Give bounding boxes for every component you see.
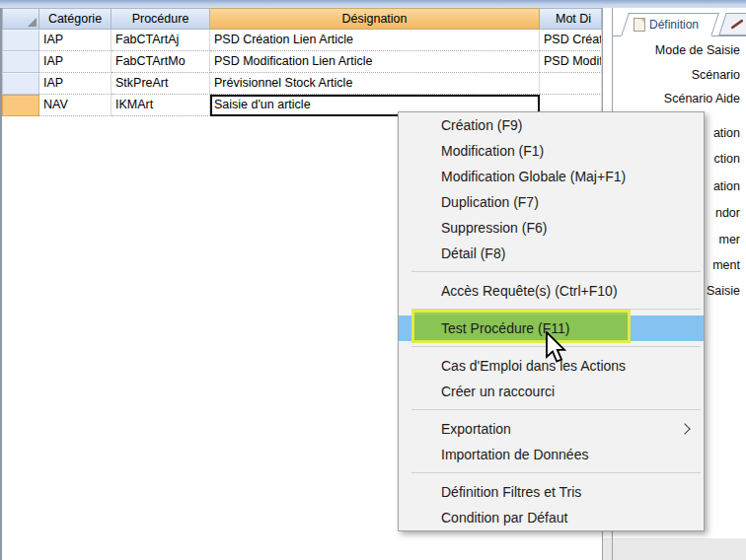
- field-label-fragment: Saisie: [707, 284, 740, 298]
- cell-mot-directeur[interactable]: PSD Créat: [540, 30, 602, 51]
- menu-item-creation[interactable]: Création (F9): [399, 112, 704, 138]
- menu-separator: [399, 404, 704, 416]
- table-row: IAP FabCTArtAj PSD Création Lien Article…: [2, 30, 602, 51]
- panel-bottom-area: [613, 538, 746, 560]
- cell-categorie[interactable]: IAP: [39, 51, 112, 73]
- cell-categorie[interactable]: IAP: [39, 30, 112, 51]
- column-header-designation[interactable]: Désignation: [210, 8, 540, 30]
- column-header-categorie[interactable]: Catégorie: [39, 8, 112, 30]
- menu-item-definition-filtres[interactable]: Définition Filtres et Tris: [399, 479, 704, 505]
- menu-item-detail[interactable]: Détail (F8): [399, 241, 704, 266]
- cell-procedure[interactable]: IKMArt: [112, 95, 210, 116]
- tab-label: Définition: [649, 18, 699, 32]
- field-label-fragment: ation: [713, 126, 740, 140]
- field-label-fragment: mer: [718, 233, 740, 246]
- row-selector[interactable]: [2, 30, 39, 51]
- menu-item-duplication[interactable]: Duplication (F7): [399, 189, 704, 215]
- row-selector-active[interactable]: [2, 95, 39, 116]
- submenu-arrow-icon: [679, 423, 690, 434]
- row-selector[interactable]: [2, 51, 39, 73]
- cell-procedure[interactable]: FabCTArtMo: [112, 51, 210, 73]
- field-label-scenario: Scénario: [692, 68, 740, 82]
- context-menu: Création (F9) Modification (F1) Modifica…: [398, 111, 705, 531]
- menu-separator: [399, 266, 704, 278]
- tab-definition[interactable]: Définition: [621, 13, 719, 36]
- menu-item-modification-globale[interactable]: Modification Globale (Maj+F1): [399, 164, 704, 189]
- menu-item-exportation[interactable]: Exportation: [399, 416, 704, 442]
- mouse-cursor-icon: [545, 331, 570, 367]
- column-header-procedure[interactable]: Procédure: [112, 8, 210, 30]
- column-header-mot-directeur[interactable]: Mot Di: [540, 8, 602, 30]
- cell-designation[interactable]: PSD Modification Lien Article: [210, 51, 540, 73]
- select-all-corner[interactable]: [2, 8, 39, 30]
- row-selector[interactable]: [2, 73, 39, 95]
- cell-procedure[interactable]: StkPreArt: [112, 73, 210, 95]
- menu-item-importation[interactable]: Importation de Données: [399, 442, 704, 467]
- field-label-fragment: ction: [714, 152, 740, 166]
- cell-procedure[interactable]: FabCTArtAj: [112, 30, 210, 51]
- menu-item-condition-defaut[interactable]: Condition par Défaut: [399, 505, 704, 530]
- procedure-table: Catégorie Procédure Désignation Mot Di I…: [2, 8, 602, 116]
- table-row: IAP FabCTArtMo PSD Modification Lien Art…: [2, 51, 602, 73]
- menu-item-suppression[interactable]: Suppression (F6): [399, 215, 704, 241]
- field-label-mode-de-saisie: Mode de Saisie: [655, 43, 740, 57]
- field-label-fragment: ndor: [715, 206, 740, 220]
- table-header-row: Catégorie Procédure Désignation Mot Di: [2, 8, 602, 30]
- pencil-icon: [731, 19, 744, 29]
- pane-gap: [603, 538, 612, 560]
- menu-separator: [399, 467, 704, 479]
- cell-categorie[interactable]: NAV: [39, 95, 112, 116]
- cell-designation[interactable]: Prévisionnel Stock Article: [210, 73, 540, 95]
- cell-mot-directeur[interactable]: [540, 73, 602, 95]
- field-label-fragment: ment: [712, 258, 740, 272]
- menu-item-creer-raccourci[interactable]: Créer un raccourci: [399, 379, 704, 404]
- cell-mot-directeur[interactable]: PSD Modif: [540, 51, 602, 73]
- corner-triangle-icon: [28, 18, 37, 27]
- cell-categorie[interactable]: IAP: [39, 73, 112, 95]
- note-icon: [634, 18, 645, 32]
- tab-next-partial[interactable]: [718, 13, 746, 35]
- menu-item-acces-requetes[interactable]: Accès Requête(s) (Ctrl+F10): [399, 278, 704, 304]
- menu-item-modification[interactable]: Modification (F1): [399, 138, 704, 164]
- window-top-strip: [0, 0, 746, 8]
- field-label-scenario-aide: Scénario Aide: [664, 92, 740, 105]
- table-row: IAP StkPreArt Prévisionnel Stock Article: [2, 73, 602, 95]
- cell-designation[interactable]: PSD Création Lien Article: [210, 30, 540, 51]
- field-label-fragment: ation: [713, 179, 740, 193]
